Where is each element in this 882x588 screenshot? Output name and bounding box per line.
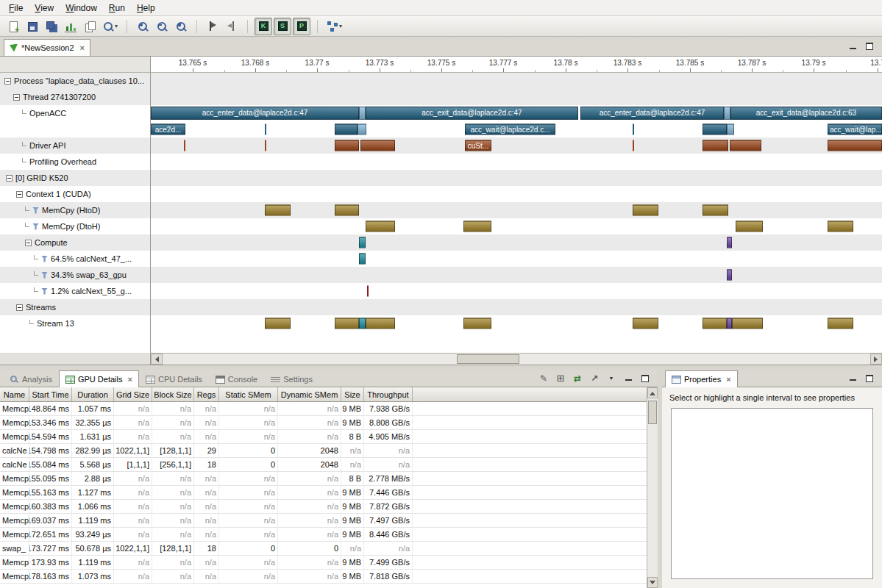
timeline-track-kernel-swap63[interactable] [151, 267, 882, 283]
menu-window[interactable]: Window [60, 1, 103, 15]
gpu-details-row[interactable]: Memcp154.594 ms1.631 µsn/an/an/an/an/a8 … [0, 430, 647, 444]
timeline-interval[interactable] [359, 318, 366, 329]
timeline-track-memcpy-htod[interactable] [151, 202, 882, 218]
timeline-track-streams[interactable] [151, 299, 882, 315]
timeline-row-process[interactable]: Process "laplace_data_clauses 10... [0, 73, 150, 89]
timeline-interval[interactable]: acc_wait@laplace2d.c... [465, 124, 555, 135]
timeline-interval[interactable] [335, 318, 359, 329]
gpu-details-row[interactable]: swap_173.727 ms50.678 µs1022,1,1][128,1,… [0, 542, 647, 556]
timeline-track-kernel-calcnext55[interactable] [151, 283, 882, 299]
timeline-track-grid-k520[interactable] [151, 170, 882, 186]
timeline-row-memcpy-htod[interactable]: MemCpy (HtoD) [0, 202, 150, 218]
timeline-row-streams[interactable]: Streams [0, 299, 150, 315]
timeline-interval[interactable] [633, 124, 634, 135]
layout-icon[interactable] [555, 373, 566, 384]
collapse-icon[interactable] [4, 78, 11, 85]
timeline-row-stream-13[interactable]: Stream 13 [0, 315, 150, 331]
timeline-interval[interactable] [633, 205, 658, 216]
timeline-interval[interactable] [360, 140, 395, 151]
timeline-interval[interactable] [727, 318, 732, 329]
search-button[interactable]: ▾ [100, 18, 120, 35]
export-icon[interactable] [589, 373, 600, 384]
collapse-icon[interactable] [13, 94, 20, 101]
timeline-interval[interactable] [265, 205, 291, 216]
timeline-interval[interactable] [828, 140, 882, 151]
analysis-button[interactable]: ▾ [324, 18, 344, 35]
menu-run[interactable]: Run [103, 1, 131, 15]
timeline-interval[interactable] [335, 140, 359, 151]
timeline-hscrollbar[interactable] [151, 353, 882, 365]
col-duration[interactable]: Duration [72, 387, 114, 401]
timeline-row-openacc[interactable]: OpenACC [0, 105, 150, 121]
timeline-ruler[interactable]: 13.765 s13.768 s13.77 s13.773 s13.775 s1… [151, 57, 882, 73]
timeline-interval[interactable] [633, 318, 658, 329]
zoom-fit-button[interactable] [172, 18, 190, 35]
save-all-button[interactable] [43, 18, 60, 35]
tab-cpu-details[interactable]: CPU Details [139, 371, 209, 387]
timeline-interval[interactable] [265, 124, 266, 135]
timeline-interval[interactable] [359, 107, 366, 120]
pencil-icon[interactable] [538, 373, 549, 384]
hscroll-thumb[interactable] [457, 354, 519, 364]
timeline-row-grid-k520[interactable]: [0] GRID K520 [0, 170, 150, 186]
timeline-track-driver-api[interactable]: cuSt... [151, 137, 882, 154]
timeline-track-kernel-calcnext47[interactable] [151, 251, 882, 267]
timeline-row-compute[interactable]: Compute [0, 234, 150, 251]
gpu-details-row[interactable]: Memcp148.864 ms1.057 msn/an/an/an/an/a9 … [0, 402, 647, 416]
timeline-interval[interactable] [727, 270, 732, 281]
menu-help[interactable]: Help [131, 1, 161, 15]
view-menu-icon[interactable] [606, 373, 616, 384]
col-start-time[interactable]: Start Time [29, 387, 72, 401]
col-grid-size[interactable]: Grid Size [114, 387, 152, 401]
timeline-track-process[interactable] [151, 73, 882, 89]
col-name[interactable]: Name [0, 387, 29, 401]
timeline-track-thread[interactable] [151, 89, 882, 105]
timeline-interval[interactable] [463, 318, 491, 329]
marker-reset-button[interactable] [223, 18, 241, 35]
timeline-interval[interactable]: acc_wait@lap... [828, 124, 882, 135]
timeline-track-openacc-l2[interactable]: ace2d...acc_wait@laplace2d.c...acc_wait@… [151, 121, 882, 137]
zoom-out-button[interactable] [153, 18, 171, 35]
stream-toggle-button[interactable]: S [274, 18, 291, 35]
timeline-interval[interactable] [703, 205, 728, 216]
gpu-details-row[interactable]: calcNe155.084 ms5.568 µs[1,1,1][256,1,1]… [0, 458, 647, 472]
scroll-right-icon[interactable] [870, 354, 882, 365]
minimize-icon[interactable] [623, 373, 633, 384]
scroll-up-icon[interactable] [647, 387, 658, 398]
marker-flag-button[interactable] [204, 18, 221, 35]
timeline-row-thread[interactable]: Thread 2741307200 [0, 89, 150, 105]
new-session-button[interactable] [4, 18, 22, 35]
close-icon[interactable]: × [128, 375, 132, 384]
timeline-interval[interactable] [359, 254, 366, 265]
scroll-down-icon[interactable] [647, 577, 658, 588]
timeline-interval[interactable] [703, 124, 727, 135]
timeline-interval[interactable] [727, 237, 732, 248]
gpu-details-row[interactable]: calcNe154.798 ms282.99 µs1022,1,1][128,1… [0, 444, 647, 458]
timeline-interval[interactable] [366, 318, 395, 329]
timeline-interval[interactable]: acc_enter_data@laplace2d.c:47 [580, 107, 724, 120]
close-icon[interactable]: × [80, 43, 85, 52]
col-dynamic-smem[interactable]: Dynamic SMem [278, 387, 341, 401]
timeline-row-kernel-calcnext55[interactable]: 1.2% calcNext_55_g... [0, 283, 150, 299]
vscroll-track[interactable] [647, 398, 658, 577]
timeline-interval[interactable] [727, 124, 734, 135]
timeline-row-openacc-l2[interactable] [0, 121, 150, 137]
tab-console[interactable]: Console [209, 371, 264, 387]
gpu-details-row[interactable]: Memcp153.346 ms32.355 µsn/an/an/an/an/a9… [0, 416, 647, 430]
gpu-details-row[interactable]: Memcp155.163 ms1.127 msn/an/an/an/an/a9 … [0, 486, 647, 500]
timeline-interval[interactable] [366, 221, 395, 232]
timeline-row-profiling-overhead[interactable]: Profiling Overhead [0, 154, 150, 170]
timeline-interval[interactable] [265, 318, 291, 329]
timeline-interval[interactable] [828, 318, 853, 329]
timeline-interval[interactable] [367, 286, 369, 297]
maximize-icon[interactable] [640, 373, 650, 384]
timeline-track-profiling-overhead[interactable] [151, 154, 882, 170]
vscroll-thumb[interactable] [648, 401, 657, 424]
col-static-smem[interactable]: Static SMem [219, 387, 278, 401]
process-toggle-button[interactable]: P [293, 18, 310, 35]
menu-file[interactable]: File [3, 1, 29, 15]
tab-analysis[interactable]: Analysis [3, 371, 59, 387]
kernel-toggle-button[interactable]: K [255, 18, 272, 35]
col-regs[interactable]: Regs [194, 387, 219, 401]
timeline-row-driver-api[interactable]: Driver API [0, 137, 150, 154]
